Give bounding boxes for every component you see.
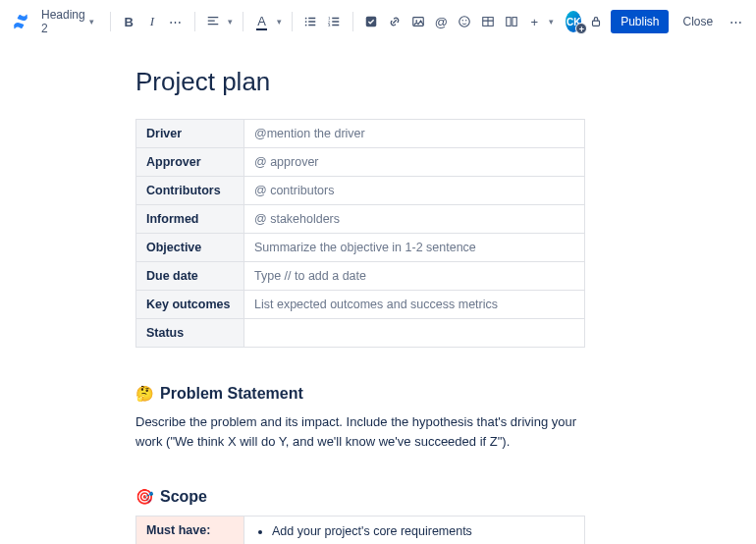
table-row[interactable]: Driver@mention the driver bbox=[136, 120, 585, 148]
row-value[interactable]: Type // to add a date bbox=[244, 262, 585, 291]
svg-point-9 bbox=[459, 17, 470, 27]
image-button[interactable] bbox=[409, 10, 427, 33]
table-row[interactable]: Informed@ stakeholders bbox=[136, 205, 585, 234]
link-button[interactable] bbox=[386, 10, 404, 33]
row-value[interactable]: Add your project's core requirements bbox=[244, 517, 585, 545]
table-row[interactable]: Contributors@ contributors bbox=[136, 177, 585, 205]
page-content: Project plan Driver@mention the driverAp… bbox=[135, 67, 725, 544]
row-value[interactable]: @mention the driver bbox=[244, 120, 585, 148]
row-label: Informed bbox=[136, 205, 244, 234]
row-label: Must have: bbox=[136, 517, 244, 545]
action-item-button[interactable] bbox=[362, 10, 380, 33]
separator bbox=[292, 12, 293, 31]
target-emoji-icon: 🎯 bbox=[135, 488, 154, 506]
svg-text:3: 3 bbox=[328, 23, 331, 27]
svg-point-11 bbox=[465, 20, 466, 21]
list-item[interactable]: Add your project's core requirements bbox=[272, 523, 574, 539]
list-item[interactable] bbox=[272, 539, 574, 544]
row-label: Key outcomes bbox=[136, 291, 244, 319]
metadata-table[interactable]: Driver@mention the driverApprover@ appro… bbox=[135, 119, 585, 348]
svg-rect-13 bbox=[506, 18, 510, 27]
separator bbox=[110, 12, 111, 31]
row-value[interactable]: List expected outcomes and success metri… bbox=[244, 291, 585, 319]
svg-rect-15 bbox=[593, 21, 600, 26]
chevron-down-icon: ▾ bbox=[549, 17, 554, 27]
svg-point-1 bbox=[305, 21, 307, 23]
insert-more-button[interactable]: + bbox=[525, 10, 543, 33]
svg-rect-14 bbox=[512, 18, 515, 27]
row-value[interactable]: @ stakeholders bbox=[244, 205, 585, 234]
svg-point-10 bbox=[462, 20, 463, 21]
table-row[interactable]: Must have:Add your project's core requir… bbox=[136, 517, 585, 545]
numbered-list-button[interactable]: 123 bbox=[325, 10, 343, 33]
row-value[interactable]: @ approver bbox=[244, 148, 585, 177]
svg-point-0 bbox=[305, 18, 307, 20]
align-dropdown[interactable] bbox=[204, 10, 222, 33]
row-value[interactable]: @ contributors bbox=[244, 177, 585, 205]
mention-button[interactable]: @ bbox=[433, 10, 451, 33]
problem-statement-heading[interactable]: 🤔 Problem Statement bbox=[135, 385, 725, 403]
scope-table[interactable]: Must have:Add your project's core requir… bbox=[135, 516, 585, 544]
bold-button[interactable]: B bbox=[120, 10, 137, 33]
table-button[interactable] bbox=[479, 10, 497, 33]
italic-button[interactable]: I bbox=[143, 10, 161, 33]
publish-button[interactable]: Publish bbox=[611, 10, 669, 33]
avatar[interactable]: CK + bbox=[566, 11, 581, 32]
emoji-button[interactable] bbox=[456, 10, 473, 33]
chevron-down-icon: ▾ bbox=[277, 17, 282, 27]
row-value[interactable]: Summarize the objective in 1-2 sentence bbox=[244, 234, 585, 262]
chevron-down-icon: ▾ bbox=[228, 17, 233, 27]
confluence-logo-icon bbox=[12, 12, 29, 31]
separator bbox=[243, 12, 243, 31]
close-button[interactable]: Close bbox=[675, 10, 721, 33]
separator bbox=[352, 12, 353, 31]
row-value[interactable] bbox=[244, 319, 585, 348]
scope-heading[interactable]: 🎯 Scope bbox=[135, 488, 725, 506]
text-style-dropdown[interactable]: Heading 2 ▾ bbox=[35, 4, 100, 39]
heading-text: Scope bbox=[160, 488, 207, 506]
bullet-list-button[interactable] bbox=[301, 10, 319, 33]
svg-point-8 bbox=[415, 20, 417, 22]
row-label: Due date bbox=[136, 262, 244, 291]
layouts-button[interactable] bbox=[503, 10, 520, 33]
table-row[interactable]: Due dateType // to add a date bbox=[136, 262, 585, 291]
table-row[interactable]: ObjectiveSummarize the objective in 1-2 … bbox=[136, 234, 585, 262]
problem-statement-body[interactable]: Describe the problem and its impact. Inc… bbox=[135, 412, 585, 451]
restrictions-icon[interactable] bbox=[587, 10, 605, 33]
more-actions-button[interactable]: ⋯ bbox=[727, 10, 744, 33]
table-row[interactable]: Key outcomesList expected outcomes and s… bbox=[136, 291, 585, 319]
row-label: Approver bbox=[136, 148, 244, 177]
page-title[interactable]: Project plan bbox=[135, 67, 725, 97]
chevron-down-icon: ▾ bbox=[89, 17, 94, 27]
more-formatting-button[interactable]: ⋯ bbox=[167, 10, 185, 33]
row-label: Objective bbox=[136, 234, 244, 262]
svg-point-2 bbox=[305, 25, 307, 27]
table-row[interactable]: Approver@ approver bbox=[136, 148, 585, 177]
add-collaborator-icon[interactable]: + bbox=[575, 23, 587, 34]
row-label: Contributors bbox=[136, 177, 244, 205]
thinking-emoji-icon: 🤔 bbox=[135, 385, 154, 403]
text-color-button[interactable]: A bbox=[253, 10, 271, 33]
heading-text: Problem Statement bbox=[160, 385, 303, 403]
text-style-label: Heading 2 bbox=[41, 8, 85, 35]
separator bbox=[194, 12, 195, 31]
editor-toolbar: Heading 2 ▾ B I ⋯ ▾ A ▾ 123 @ + ▾ CK + P… bbox=[0, 0, 756, 43]
row-label: Driver bbox=[136, 120, 244, 148]
table-row[interactable]: Status bbox=[136, 319, 585, 348]
row-label: Status bbox=[136, 319, 244, 348]
